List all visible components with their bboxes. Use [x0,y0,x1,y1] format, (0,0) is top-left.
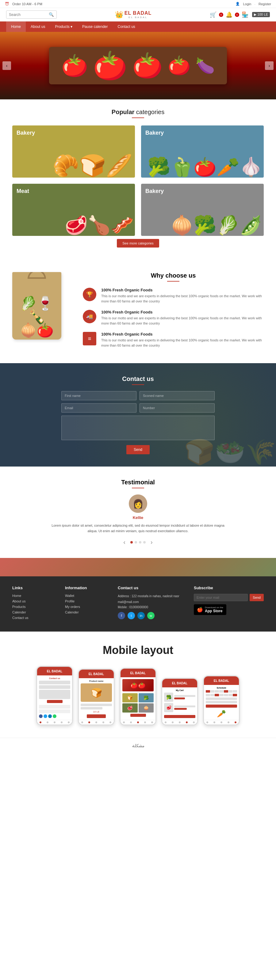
testimonial-title: Testimonial [12,479,264,486]
cart-icon[interactable]: 🛒 [210,11,217,18]
category-card-bakery-1[interactable]: Bakery 🥐🍞🥖 [12,126,135,178]
top-bar: ⏰ Order 10 AM - 6 PM 👤 Login - Register [0,0,276,8]
phone-4: EL BADAL My Cart 🥦 🥩 [161,678,198,725]
login-link[interactable]: Login [243,2,251,6]
phone-2-body: Product name 🍞 10 LE [79,678,114,720]
register-link[interactable]: Register [259,2,271,6]
linkedin-icon[interactable]: in [137,612,145,619]
search-button[interactable]: 🔍 [46,11,56,18]
mobile-title: Mobile layout [12,644,264,657]
footer-contact-title: Contact us [118,585,188,590]
category-card-bakery-2[interactable]: Bakery 🥦🫑🍅🥕🧄 [141,126,264,178]
nav-products[interactable]: Products ▾ [50,21,77,32]
phone-4-nav [162,720,197,724]
dot-3 [139,541,141,544]
phones-row: EL BADAL Contact us [12,666,264,725]
nav-contact[interactable]: Contact us [113,21,140,32]
bottom-brand: مشكلة [0,738,276,753]
mobile-layout-section: Mobile layout EL BADAL Contact us [0,632,276,738]
footer-link-about[interactable]: About us [12,599,59,603]
why-underline [167,281,179,282]
testimonial-dots [130,541,146,544]
subscribe-send-button[interactable]: Send [250,594,264,601]
phone-1: EL BADAL Contact us [36,666,73,725]
contact-row [61,403,215,412]
contact-title: Contact us [61,375,215,382]
dot-2 [135,541,137,544]
second-name-input[interactable] [140,391,215,400]
twitter-icon[interactable]: t [128,612,135,619]
subscribe-email-input[interactable] [194,594,248,601]
email-input[interactable] [61,403,136,412]
testimonial-prev[interactable]: ‹ [123,539,125,546]
phone-3-header: EL BADAL [121,669,155,677]
why-text-2: 100% Fresh Organic Foods This is our mot… [101,310,264,326]
why-icon-2: 🚚 [83,310,96,323]
footer-info-orders[interactable]: My orders [65,605,112,609]
first-name-input[interactable] [61,391,136,400]
footer-link-home[interactable]: Home [12,594,59,598]
see-more-button[interactable]: See more categories [117,239,159,248]
why-section: 🥬🍷🍾🧅🍅 Why choose us 🏆 100% Fresh Organic… [0,263,276,363]
order-time: Order 10 AM - 6 PM [12,2,42,6]
search-input[interactable] [6,11,46,18]
popular-categories-section: Popular categories Bakery 🥐🍞🥖 Bakery 🥦🫑🍅… [0,99,276,263]
header: 🔍 👑 EL BADAL EL BADAL 🛒 0 🔔 0 🏪 ▶ 100 LE [0,8,276,21]
footer-info-calendar[interactable]: Calender [65,610,112,614]
bell-icon[interactable]: 🔔 [226,11,232,18]
contact-section: 🍞🥗🌾 Contact us Send [0,363,276,466]
hero-next-button[interactable]: › [265,61,274,70]
dot-4 [143,541,146,544]
message-textarea[interactable] [61,415,215,440]
testimonial-name: Kellie [12,515,264,520]
hero-prev-button[interactable]: ‹ [2,61,11,70]
dot-1 [130,541,133,544]
category-label-bakery-1: Bakery [17,130,35,136]
number-input[interactable] [140,403,215,412]
favorites-icon[interactable]: 🏪 [242,11,248,18]
footer-email: mail@mail.com [118,600,188,604]
testimonial-next[interactable]: › [151,539,153,546]
subscribe-wrap: Send [194,594,264,601]
nav-home[interactable]: Home [6,21,26,32]
appstore-button[interactable]: 🍎 Download on the App Store [194,604,226,615]
footer-link-contact[interactable]: Contact us [12,616,59,620]
testimonial-avatar: 👩 [129,495,147,513]
footer-link-calendar[interactable]: Calender [12,610,59,614]
popular-underline [132,118,144,118]
name-row [61,391,215,400]
contact-underline [132,384,144,385]
phone-3-nav [121,720,155,724]
nav-about[interactable]: About us [26,21,50,32]
phone-2: EL BADAL Product name 🍞 10 LE [78,669,115,725]
footer-info-col: Information Wallet Profile My orders Cal… [65,585,112,622]
phone-4-header: EL BADAL [162,679,197,687]
footer-info-profile[interactable]: Profile [65,599,112,603]
send-button[interactable]: Send [126,445,150,454]
amount-value: ▶ [254,13,257,16]
category-card-meat[interactable]: Meat 🥩🍗🥓 [12,184,135,236]
whatsapp-icon[interactable]: w [147,612,155,619]
phone-1-header: EL BADAL [37,667,72,675]
nav-calendar[interactable]: Pause calender [77,21,113,32]
facebook-icon[interactable]: f [118,612,125,619]
social-icons: f t in w [118,612,188,619]
cart-count: 0 [219,13,223,17]
footer-link-products[interactable]: Products [12,605,59,609]
why-icon-3: ≡ [83,332,96,345]
footer-info-list: Wallet Profile My orders Calender [65,594,112,614]
testimonial-text: Lorem ipsum dolor sit amet, consectetur … [49,523,227,534]
why-item-desc-2: This is our motto and we are experts in … [101,316,264,326]
why-title: Why choose us [83,272,264,279]
contact-form: Send [61,391,215,454]
notification-count: 0 [235,13,239,17]
why-content: Why choose us 🏆 100% Fresh Organic Foods… [83,272,264,354]
search-wrap[interactable]: 🔍 [6,10,57,19]
apple-icon: 🍎 [197,607,203,612]
category-card-bakery-3[interactable]: Bakery 🧅🥦🥬🫛 [141,184,264,236]
footer-info-wallet[interactable]: Wallet [65,594,112,598]
why-item-title-3: 100% Fresh Organic Foods [101,332,264,336]
top-bar-right: 👤 Login - Register [236,2,271,6]
why-text-1: 100% Fresh Organic Foods This is our mot… [101,288,264,304]
footer-links-list: Home About us Products Calender Contact … [12,594,59,620]
